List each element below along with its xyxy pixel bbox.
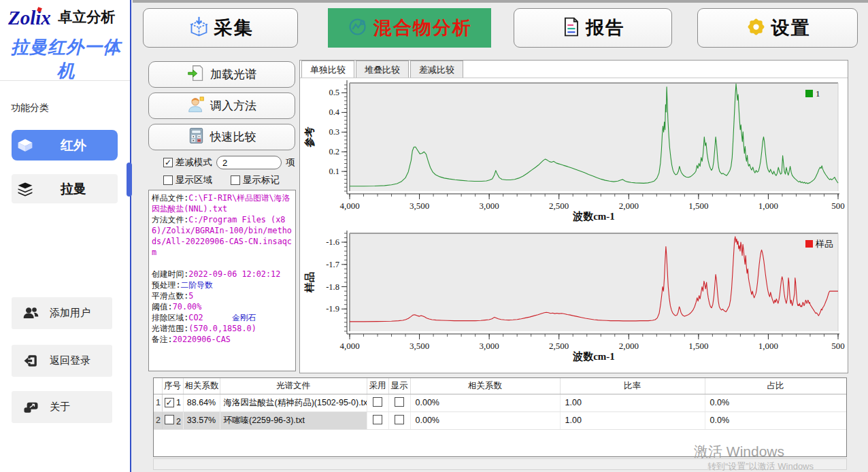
window-top-edge bbox=[133, 0, 868, 3]
subtract-mode-label: 差减模式 bbox=[176, 156, 212, 169]
settings-button[interactable]: 设置 bbox=[697, 8, 858, 48]
table-header bbox=[154, 378, 162, 394]
info-line: 样品文件:C:\FI-RIR\样品图谱\海洛因盐酸盐(NNL).txt bbox=[152, 192, 293, 214]
windows-activation-hint: 转到“设置”以激活 Windows bbox=[707, 460, 814, 472]
row-checkbox[interactable] bbox=[395, 397, 404, 407]
table-row[interactable]: 1✓ 188.64%海洛因盐酸盐(精神药品)(1502-95-0).txt0.0… bbox=[154, 394, 846, 411]
svg-text:0.4: 0.4 bbox=[329, 107, 339, 117]
gear-icon bbox=[745, 16, 767, 41]
use-cell[interactable] bbox=[367, 394, 388, 411]
row-checkbox[interactable] bbox=[373, 415, 382, 424]
back-to-login-button[interactable]: 返回登录 bbox=[12, 345, 112, 377]
sidebar-divider bbox=[0, 80, 130, 81]
correlation-cell: 33.57% bbox=[183, 411, 220, 429]
quick-compare-button[interactable]: 快速比较 bbox=[148, 124, 295, 150]
analysis-icon bbox=[347, 16, 369, 41]
correlation-cell: 88.64% bbox=[183, 394, 220, 411]
row-checkbox[interactable]: ✓ bbox=[165, 398, 174, 407]
add-user-button[interactable]: 添加用户 bbox=[12, 297, 112, 329]
svg-text:1,500: 1,500 bbox=[688, 201, 708, 211]
report-label: 报告 bbox=[586, 16, 625, 40]
load-method-button[interactable]: 调入方法 bbox=[148, 92, 295, 119]
svg-text:参考: 参考 bbox=[303, 127, 315, 148]
about-button[interactable]: 关于 bbox=[12, 391, 112, 423]
ratio-cell: 1.00 bbox=[560, 394, 705, 411]
load-method-label: 调入方法 bbox=[210, 98, 256, 114]
svg-text:500: 500 bbox=[831, 201, 845, 211]
svg-text:2,000: 2,000 bbox=[619, 341, 639, 351]
svg-text:3,500: 3,500 bbox=[410, 341, 429, 351]
svg-text:波数cm-1: 波数cm-1 bbox=[572, 211, 615, 222]
row-index: 1 bbox=[154, 394, 162, 411]
about-label: 关于 bbox=[50, 401, 70, 414]
mixture-analysis-button[interactable]: 混合物分析 bbox=[328, 8, 491, 48]
svg-text:3,500: 3,500 bbox=[410, 201, 429, 211]
function-category-label: 功能分类 bbox=[11, 102, 49, 114]
sidebar-item-infrared[interactable]: 红外 bbox=[12, 130, 118, 161]
use-cell[interactable] bbox=[367, 411, 388, 429]
tool-panel: 加载光谱 调入方法 快速比较 ✓ 差减模式 项 显示区域 显示标记 样品文件:C bbox=[148, 61, 297, 371]
info-line: 方法文件:C:/Program Files (x86)/Zolix/BGRAIn… bbox=[152, 214, 293, 258]
row-select-cell[interactable]: 2 bbox=[162, 411, 183, 429]
collect-button[interactable]: 采集 bbox=[143, 8, 298, 48]
sidebar-scrollbar-thumb[interactable] bbox=[127, 163, 132, 197]
sidebar-item-label: 红外 bbox=[39, 137, 108, 154]
show-marker-checkbox[interactable] bbox=[231, 175, 240, 185]
share-cell: 0.0% bbox=[705, 394, 846, 411]
svg-text:2,500: 2,500 bbox=[549, 341, 569, 351]
row-checkbox[interactable] bbox=[165, 415, 174, 424]
show-region-checkbox[interactable] bbox=[163, 175, 173, 185]
mixture-analysis-label: 混合物分析 bbox=[373, 16, 472, 40]
svg-text:2,000: 2,000 bbox=[619, 201, 639, 211]
brand-cn: 卓立分析 bbox=[58, 9, 115, 24]
svg-text:1: 1 bbox=[816, 88, 820, 99]
quick-compare-label: 快速比较 bbox=[210, 129, 256, 145]
spectrum-file-cell: 环噻嗪(2259-96-3).txt bbox=[220, 411, 367, 429]
svg-text:0.1: 0.1 bbox=[329, 167, 339, 176]
calculator-icon bbox=[188, 127, 205, 147]
row-checkbox[interactable] bbox=[395, 415, 404, 424]
subtract-count-input[interactable] bbox=[216, 156, 282, 169]
product-name: 拉曼红外一体机 bbox=[4, 35, 128, 83]
load-spectrum-button[interactable]: 加载光谱 bbox=[148, 61, 295, 88]
table-header: 占比 bbox=[705, 378, 846, 394]
show-marker-label: 显示标记 bbox=[243, 174, 280, 186]
svg-text:-1.9: -1.9 bbox=[326, 304, 339, 314]
svg-text:1,000: 1,000 bbox=[758, 341, 778, 351]
table-header: 采用 bbox=[367, 378, 388, 394]
svg-text:样品: 样品 bbox=[304, 272, 315, 293]
correlation2-cell: 0.00% bbox=[410, 411, 560, 429]
svg-text:4,000: 4,000 bbox=[339, 201, 359, 211]
info-line: 排除区域:CO2 金刚石 bbox=[152, 312, 293, 323]
show-cell[interactable] bbox=[388, 411, 410, 429]
collect-icon bbox=[188, 16, 210, 41]
compare-tabs: 单独比较 堆叠比较 差减比较 bbox=[301, 61, 465, 78]
row-select-cell[interactable]: ✓ 1 bbox=[162, 394, 183, 411]
table-header: 显示 bbox=[388, 378, 410, 394]
svg-text:3,000: 3,000 bbox=[480, 201, 499, 211]
show-cell[interactable] bbox=[388, 394, 410, 411]
sample-spectrum-plot: -1.9-1.8-1.7-1.64,0003,5003,0002,5002,00… bbox=[301, 229, 847, 373]
tab-subtract-compare[interactable]: 差减比较 bbox=[410, 61, 463, 78]
settings-label: 设置 bbox=[771, 16, 811, 40]
table-header: 相关系数 bbox=[183, 378, 220, 394]
row-index: 2 bbox=[154, 411, 162, 429]
table-header: 比率 bbox=[560, 378, 705, 394]
svg-text:2,500: 2,500 bbox=[549, 201, 569, 211]
tab-single-compare[interactable]: 单独比较 bbox=[301, 61, 354, 78]
subtract-mode-checkbox[interactable]: ✓ bbox=[163, 158, 173, 167]
layers-icon bbox=[12, 180, 39, 198]
svg-text:-1.6: -1.6 bbox=[326, 237, 339, 247]
table-row[interactable]: 2 233.57%环噻嗪(2259-96-3).txt0.00%1.000.0% bbox=[154, 411, 846, 429]
svg-text:-1.8: -1.8 bbox=[326, 282, 339, 292]
svg-text:500: 500 bbox=[831, 341, 845, 351]
logout-icon bbox=[12, 352, 50, 369]
sidebar-item-raman[interactable]: 拉曼 bbox=[12, 174, 118, 203]
back-to-login-label: 返回登录 bbox=[50, 354, 90, 367]
collect-label: 采集 bbox=[214, 16, 254, 40]
share-cell: 0.0% bbox=[705, 411, 846, 429]
report-button[interactable]: 报告 bbox=[514, 8, 672, 48]
tab-stack-compare[interactable]: 堆叠比较 bbox=[356, 61, 409, 78]
svg-text:-1.7: -1.7 bbox=[326, 260, 339, 269]
row-checkbox[interactable] bbox=[373, 397, 382, 407]
